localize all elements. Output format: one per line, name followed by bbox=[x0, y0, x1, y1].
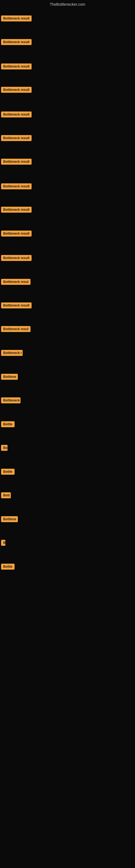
bottleneck-result-5[interactable]: Bottleneck result bbox=[1, 112, 32, 119]
bottleneck-badge-15[interactable]: Bottleneck r bbox=[1, 350, 23, 356]
bottleneck-badge-17[interactable]: Bottleneck bbox=[1, 397, 20, 403]
bottleneck-badge-4[interactable]: Bottleneck result bbox=[1, 87, 32, 93]
bottleneck-badge-10[interactable]: Bottleneck result bbox=[1, 230, 32, 237]
bottleneck-result-20[interactable]: Bottle bbox=[1, 469, 14, 476]
bottleneck-result-11[interactable]: Bottleneck result bbox=[1, 255, 32, 262]
bottleneck-badge-2[interactable]: Bottleneck result bbox=[1, 39, 32, 45]
bottleneck-badge-1[interactable]: Bottleneck result bbox=[1, 16, 32, 22]
bottleneck-result-14[interactable]: Bottleneck resul bbox=[1, 326, 31, 333]
bottleneck-badge-16[interactable]: Bottlene bbox=[1, 374, 18, 380]
bottleneck-result-18[interactable]: Bottle bbox=[1, 421, 14, 428]
bottleneck-result-8[interactable]: Bottleneck result bbox=[1, 183, 32, 190]
bottleneck-badge-12[interactable]: Bottleneck resul bbox=[1, 279, 31, 285]
bottleneck-badge-8[interactable]: Bottleneck result bbox=[1, 183, 32, 189]
bottleneck-badge-5[interactable]: Bottleneck result bbox=[1, 112, 32, 118]
bottleneck-result-10[interactable]: Bottleneck result bbox=[1, 230, 32, 238]
bottleneck-badge-23[interactable]: B bbox=[1, 540, 5, 546]
bottleneck-badge-7[interactable]: Bottleneck result bbox=[1, 159, 32, 165]
bottleneck-badge-6[interactable]: Bottleneck result bbox=[1, 135, 32, 141]
bottleneck-badge-20[interactable]: Bottle bbox=[1, 469, 14, 475]
bottleneck-result-1[interactable]: Bottleneck result bbox=[1, 16, 32, 23]
bottleneck-result-17[interactable]: Bottleneck bbox=[1, 397, 20, 404]
bottleneck-result-24[interactable]: Bottle bbox=[1, 564, 14, 571]
bottleneck-result-2[interactable]: Bottleneck result bbox=[1, 39, 32, 46]
bottleneck-badge-24[interactable]: Bottle bbox=[1, 564, 14, 569]
site-title-container: TheBottlenecker.com bbox=[0, 0, 135, 8]
bottleneck-result-9[interactable]: Bottleneck result bbox=[1, 207, 32, 214]
bottleneck-badge-19[interactable]: Bo bbox=[1, 445, 8, 451]
bottleneck-result-16[interactable]: Bottlene bbox=[1, 374, 18, 381]
bottleneck-result-3[interactable]: Bottleneck result bbox=[1, 63, 32, 70]
results-container: Bottleneck resultBottleneck resultBottle… bbox=[0, 8, 135, 849]
bottleneck-result-22[interactable]: Bottlene bbox=[1, 516, 18, 523]
bottleneck-badge-22[interactable]: Bottlene bbox=[1, 516, 18, 522]
bottleneck-badge-9[interactable]: Bottleneck result bbox=[1, 207, 32, 213]
bottleneck-result-12[interactable]: Bottleneck resul bbox=[1, 279, 31, 286]
bottleneck-result-19[interactable]: Bo bbox=[1, 445, 8, 452]
bottleneck-result-13[interactable]: Bottleneck result bbox=[1, 303, 32, 310]
bottleneck-result-6[interactable]: Bottleneck result bbox=[1, 135, 32, 142]
bottleneck-result-7[interactable]: Bottleneck result bbox=[1, 159, 32, 166]
bottleneck-badge-11[interactable]: Bottleneck result bbox=[1, 255, 32, 261]
bottleneck-badge-13[interactable]: Bottleneck result bbox=[1, 303, 32, 308]
bottleneck-result-23[interactable]: B bbox=[1, 540, 5, 547]
bottleneck-badge-3[interactable]: Bottleneck result bbox=[1, 63, 32, 69]
bottleneck-badge-21[interactable]: Bott bbox=[1, 492, 11, 498]
bottleneck-result-4[interactable]: Bottleneck result bbox=[1, 87, 32, 94]
bottleneck-badge-18[interactable]: Bottle bbox=[1, 421, 14, 427]
site-title: TheBottlenecker.com bbox=[0, 0, 135, 8]
bottleneck-result-15[interactable]: Bottleneck r bbox=[1, 350, 23, 357]
bottleneck-badge-14[interactable]: Bottleneck resul bbox=[1, 326, 31, 332]
bottleneck-result-21[interactable]: Bott bbox=[1, 492, 11, 499]
